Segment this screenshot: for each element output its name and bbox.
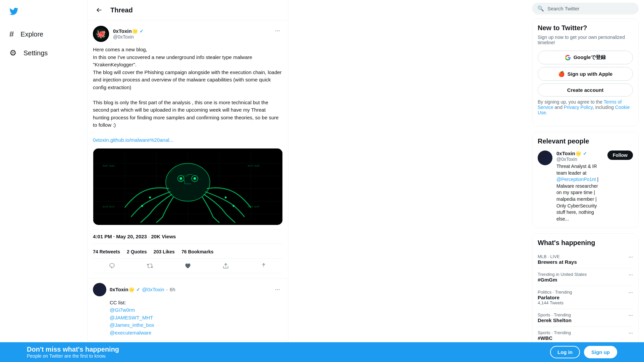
trend-category-4: Sports · Trending (538, 330, 633, 335)
quotes-stat[interactable]: 2 Quotes (127, 249, 147, 254)
follow-button[interactable]: Follow (607, 150, 633, 160)
google-signup-label: Googleで登録 (574, 54, 606, 61)
bottom-banner: Don't miss what's happening People on Tw… (0, 342, 644, 362)
trend-name-1: #GmGm (538, 277, 633, 283)
svg-text:0x4F 0x63: 0x4F 0x63 (103, 164, 115, 167)
reply-verified-icon: ✓ (136, 287, 140, 292)
svg-text:🐙: 🐙 (96, 29, 106, 39)
retweets-stat[interactable]: 74 Retweets (93, 249, 120, 254)
trend-name-4: #WBC (538, 335, 633, 341)
author-name: 0xToxin🌟 ✓ (113, 28, 144, 34)
mention-3: @James_inthe_box (110, 322, 154, 328)
tweet-body: Here comes a new blog, In this one I've … (93, 46, 283, 144)
bio-mention: @PerceptionPo1nt (556, 177, 596, 182)
banner-login-button[interactable]: Log in (550, 346, 580, 358)
mention-1: @Gi7w0rm (110, 307, 135, 313)
search-icon: 🔍 (537, 5, 544, 12)
sidebar-item-explore[interactable]: # Explore (4, 25, 83, 43)
svg-point-21 (232, 205, 234, 207)
reply-body: CC list: @Gi7w0rm @JAMESWT_MHT @James_in… (93, 299, 283, 337)
tweet-meta: 4:01 PM · May 20, 2023 · 20K Views (93, 229, 283, 244)
trend-name-0: Brewers at Rays (538, 259, 633, 265)
sidebar-explore-label: Explore (20, 31, 43, 38)
trend-more-4[interactable]: ··· (629, 330, 633, 336)
reply-button[interactable] (106, 260, 118, 272)
svg-text:0x70 0x75: 0x70 0x75 (103, 205, 115, 208)
banner-subtext: People on Twitter are the first to know. (27, 353, 119, 359)
create-account-button[interactable]: Create account (538, 83, 633, 97)
trend-item-2[interactable]: Politics · Trending Parlatore 4,144 Twee… (538, 286, 633, 309)
search-box: 🔍 (532, 0, 639, 18)
share-button[interactable] (258, 260, 269, 272)
whats-happening-title: What's happening (538, 239, 633, 247)
author-info: 0xToxin🌟 ✓ @0xToxin (113, 28, 144, 40)
svg-text:0x73 0xFF: 0x73 0xFF (248, 205, 260, 208)
retweet-button[interactable] (144, 260, 156, 272)
trend-category-1: Trending in United States (538, 272, 633, 277)
svg-text:0x74 0x6F: 0x74 0x6F (248, 164, 260, 167)
signup-subtitle: Sign up now to get your own personalized… (538, 35, 633, 45)
trend-more-3[interactable]: ··· (629, 312, 633, 318)
likes-stat[interactable]: 203 Likes (154, 249, 175, 254)
tweet-image: 0x4F 0x63 0x74 0x6F 0x70 0x75 0x73 0xFF (93, 148, 283, 225)
signup-terms: By signing up, you agree to the Terms of… (538, 99, 633, 115)
thread-header: Thread (88, 0, 288, 20)
person-card: 0xToxin🌟 ✓ @0xToxin Threat Analyst & IR … (538, 150, 633, 222)
trend-name-2: Parlatore (538, 295, 633, 300)
trend-more-1[interactable]: ··· (629, 272, 633, 278)
person-verified-icon: ✓ (583, 151, 587, 156)
svg-point-18 (149, 196, 151, 198)
reply-author-name: 0xToxin🌟 ✓ (110, 287, 140, 293)
reply-tweet-top: 0xToxin🌟 ✓ @0xToxin · 6h ··· (93, 283, 283, 296)
signup-box: New to Twitter? Sign up now to get your … (532, 18, 639, 126)
tweet-author: 🐙 0xToxin🌟 ✓ @0xToxin (93, 26, 144, 42)
person-info: 0xToxin🌟 ✓ @0xToxin Threat Analyst & IR … (556, 150, 603, 222)
tweet-top-row: 🐙 0xToxin🌟 ✓ @0xToxin ··· (93, 26, 283, 42)
svg-point-16 (180, 177, 182, 180)
left-sidebar: # Explore ⚙ Settings (0, 0, 87, 362)
bookmarks-stat[interactable]: 76 Bookmarks (181, 249, 214, 254)
relevant-people-section: Relevant people 0xToxin🌟 ✓ @0xToxin Thre… (532, 132, 639, 228)
settings-icon: ⚙ (9, 48, 17, 58)
explore-icon: # (9, 29, 14, 39)
bookmark-button[interactable] (220, 260, 231, 272)
mention-4: @executemalware (110, 330, 151, 336)
sidebar-item-settings[interactable]: ⚙ Settings (4, 44, 83, 62)
trend-category-0: MLB · LIVE (538, 254, 633, 259)
tweet-actions (93, 259, 283, 273)
svg-point-13 (166, 163, 210, 201)
whats-happening-section: What's happening MLB · LIVE Brewers at R… (532, 233, 639, 350)
reply-more-button[interactable]: ··· (272, 283, 283, 296)
thread-title: Thread (110, 6, 133, 14)
trend-more-0[interactable]: ··· (629, 254, 633, 260)
search-wrapper: 🔍 (532, 3, 639, 14)
like-button[interactable] (182, 260, 194, 272)
person-avatar (538, 150, 552, 165)
back-button[interactable] (93, 4, 105, 16)
apple-signup-button[interactable]: 🍎 Sign up with Apple (538, 67, 633, 81)
mention-2: @JAMESWT_MHT (110, 315, 153, 320)
tweet-more-button[interactable]: ··· (272, 26, 283, 36)
tweet-link[interactable]: 0xtoxin.github.io/malware%20anal... (93, 137, 173, 143)
trend-item-0[interactable]: MLB · LIVE Brewers at Rays ··· (538, 251, 633, 268)
twitter-logo[interactable] (4, 3, 83, 21)
reply-author-info: 0xToxin🌟 ✓ @0xToxin · 6h (110, 287, 175, 293)
trend-item-1[interactable]: Trending in United States #GmGm ··· (538, 268, 633, 286)
trend-item-3[interactable]: Sports · Trending Derek Shelton ··· (538, 309, 633, 327)
person-name: 0xToxin🌟 ✓ (556, 150, 603, 157)
octopus-image: 0x4F 0x63 0x74 0x6F 0x70 0x75 0x73 0xFF (93, 148, 282, 225)
svg-point-20 (225, 196, 227, 198)
person-bio: Threat Analyst & IR team leader at @Perc… (556, 163, 603, 222)
google-signup-button[interactable]: Googleで登録 (538, 51, 633, 64)
reply-author: 0xToxin🌟 ✓ @0xToxin · 6h (93, 283, 175, 296)
verified-icon: ✓ (140, 28, 144, 34)
person-handle: @0xToxin (556, 157, 603, 162)
privacy-link[interactable]: Privacy Policy (564, 105, 593, 110)
banner-signup-button[interactable]: Sign up (584, 346, 617, 358)
banner-headline: Don't miss what's happening (27, 346, 119, 353)
search-input[interactable] (547, 6, 633, 11)
banner-actions: Log in Sign up (550, 346, 617, 358)
apple-signup-label: Sign up with Apple (568, 71, 612, 77)
trend-more-2[interactable]: ··· (629, 290, 633, 296)
trend-item-4[interactable]: Sports · Trending #WBC ··· (538, 327, 633, 344)
